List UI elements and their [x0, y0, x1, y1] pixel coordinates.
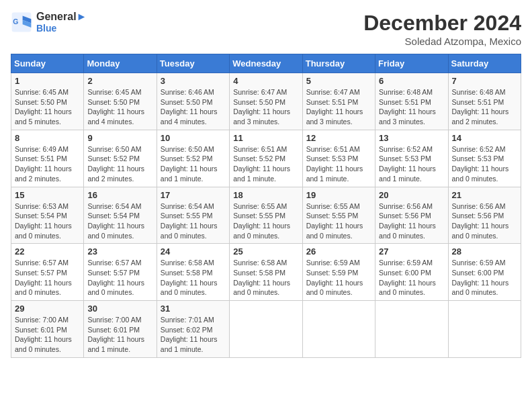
logo-text-block: General► Blue: [36, 11, 87, 34]
table-row: 22Sunrise: 6:57 AMSunset: 5:57 PMDayligh…: [11, 244, 84, 301]
day-info: Sunrise: 6:57 AMSunset: 5:57 PMDaylight:…: [15, 258, 80, 298]
day-number: 9: [87, 133, 152, 143]
table-row: 5Sunrise: 6:47 AMSunset: 5:51 PMDaylight…: [302, 73, 375, 130]
day-info: Sunrise: 6:56 AMSunset: 5:56 PMDaylight:…: [379, 201, 444, 241]
day-number: 15: [15, 190, 80, 200]
day-info: Sunrise: 6:52 AMSunset: 5:53 PMDaylight:…: [379, 144, 444, 184]
table-row: 12Sunrise: 6:51 AMSunset: 5:53 PMDayligh…: [302, 130, 375, 187]
day-number: 21: [452, 190, 517, 200]
day-info: Sunrise: 6:55 AMSunset: 5:55 PMDaylight:…: [233, 201, 298, 241]
day-info: Sunrise: 6:50 AMSunset: 5:52 PMDaylight:…: [87, 144, 152, 184]
day-number: 24: [161, 246, 226, 257]
table-row: [230, 301, 302, 358]
day-info: Sunrise: 6:52 AMSunset: 5:53 PMDaylight:…: [452, 144, 517, 184]
day-number: 26: [306, 246, 371, 257]
table-row: 19Sunrise: 6:55 AMSunset: 5:55 PMDayligh…: [302, 187, 375, 244]
table-row: 6Sunrise: 6:48 AMSunset: 5:51 PMDaylight…: [375, 73, 448, 130]
day-number: 10: [161, 133, 226, 143]
table-row: 3Sunrise: 6:46 AMSunset: 5:50 PMDaylight…: [157, 73, 229, 130]
table-row: 17Sunrise: 6:54 AMSunset: 5:55 PMDayligh…: [157, 187, 229, 244]
col-tuesday: Tuesday: [157, 54, 229, 73]
calendar-row: 1Sunrise: 6:45 AMSunset: 5:50 PMDaylight…: [11, 73, 521, 130]
table-row: 15Sunrise: 6:53 AMSunset: 5:54 PMDayligh…: [11, 187, 84, 244]
day-info: Sunrise: 6:45 AMSunset: 5:50 PMDaylight:…: [87, 87, 152, 127]
title-area: December 2024 Soledad Atzompa, Mexico: [363, 11, 521, 47]
logo-icon: G: [11, 11, 32, 33]
day-info: Sunrise: 6:58 AMSunset: 5:58 PMDaylight:…: [233, 258, 298, 298]
day-info: Sunrise: 6:53 AMSunset: 5:54 PMDaylight:…: [15, 201, 80, 241]
table-row: 21Sunrise: 6:56 AMSunset: 5:56 PMDayligh…: [448, 187, 521, 244]
table-row: 7Sunrise: 6:48 AMSunset: 5:51 PMDaylight…: [448, 73, 521, 130]
day-info: Sunrise: 6:57 AMSunset: 5:57 PMDaylight:…: [87, 258, 152, 298]
day-info: Sunrise: 6:47 AMSunset: 5:51 PMDaylight:…: [306, 87, 371, 127]
svg-text:G: G: [13, 18, 18, 26]
table-row: 9Sunrise: 6:50 AMSunset: 5:52 PMDaylight…: [84, 130, 157, 187]
day-info: Sunrise: 6:58 AMSunset: 5:58 PMDaylight:…: [161, 258, 226, 298]
header: G General► Blue December 2024 Soledad At…: [11, 11, 521, 47]
day-number: 8: [15, 133, 80, 143]
col-thursday: Thursday: [302, 54, 375, 73]
table-row: 20Sunrise: 6:56 AMSunset: 5:56 PMDayligh…: [375, 187, 448, 244]
day-number: 17: [161, 190, 226, 200]
table-row: 26Sunrise: 6:59 AMSunset: 5:59 PMDayligh…: [302, 244, 375, 301]
day-info: Sunrise: 6:54 AMSunset: 5:55 PMDaylight:…: [161, 201, 226, 241]
day-number: 18: [233, 190, 298, 200]
table-row: 16Sunrise: 6:54 AMSunset: 5:54 PMDayligh…: [84, 187, 157, 244]
day-info: Sunrise: 7:01 AMSunset: 6:02 PMDaylight:…: [161, 315, 226, 355]
day-number: 30: [87, 304, 152, 314]
calendar-row: 29Sunrise: 7:00 AMSunset: 6:01 PMDayligh…: [11, 301, 521, 358]
day-info: Sunrise: 6:48 AMSunset: 5:51 PMDaylight:…: [452, 87, 517, 127]
day-info: Sunrise: 6:46 AMSunset: 5:50 PMDaylight:…: [161, 87, 226, 127]
day-info: Sunrise: 6:50 AMSunset: 5:52 PMDaylight:…: [161, 144, 226, 184]
day-number: 11: [233, 133, 298, 143]
day-info: Sunrise: 6:45 AMSunset: 5:50 PMDaylight:…: [15, 87, 80, 127]
day-number: 29: [15, 304, 80, 314]
table-row: 23Sunrise: 6:57 AMSunset: 5:57 PMDayligh…: [84, 244, 157, 301]
table-row: [375, 301, 448, 358]
day-number: 31: [161, 304, 226, 314]
day-number: 22: [15, 246, 80, 257]
day-info: Sunrise: 6:56 AMSunset: 5:56 PMDaylight:…: [452, 201, 517, 241]
day-info: Sunrise: 6:59 AMSunset: 6:00 PMDaylight:…: [452, 258, 517, 298]
day-number: 4: [233, 76, 298, 86]
day-number: 20: [379, 190, 444, 200]
table-row: 2Sunrise: 6:45 AMSunset: 5:50 PMDaylight…: [84, 73, 157, 130]
table-row: 28Sunrise: 6:59 AMSunset: 6:00 PMDayligh…: [448, 244, 521, 301]
logo: G General► Blue: [11, 11, 87, 34]
day-number: 12: [306, 133, 371, 143]
day-info: Sunrise: 6:55 AMSunset: 5:55 PMDaylight:…: [306, 201, 371, 241]
calendar-row: 22Sunrise: 6:57 AMSunset: 5:57 PMDayligh…: [11, 244, 521, 301]
day-info: Sunrise: 7:00 AMSunset: 6:01 PMDaylight:…: [15, 315, 80, 355]
day-number: 3: [161, 76, 226, 86]
day-info: Sunrise: 6:59 AMSunset: 5:59 PMDaylight:…: [306, 258, 371, 298]
day-info: Sunrise: 6:49 AMSunset: 5:51 PMDaylight:…: [15, 144, 80, 184]
day-number: 7: [452, 76, 517, 86]
col-saturday: Saturday: [448, 54, 521, 73]
day-info: Sunrise: 6:51 AMSunset: 5:53 PMDaylight:…: [306, 144, 371, 184]
day-number: 13: [379, 133, 444, 143]
table-row: 4Sunrise: 6:47 AMSunset: 5:50 PMDaylight…: [230, 73, 302, 130]
day-number: 19: [306, 190, 371, 200]
table-row: [448, 301, 521, 358]
day-number: 14: [452, 133, 517, 143]
calendar-subtitle: Soledad Atzompa, Mexico: [363, 36, 521, 47]
col-sunday: Sunday: [11, 54, 84, 73]
table-row: 25Sunrise: 6:58 AMSunset: 5:58 PMDayligh…: [230, 244, 302, 301]
day-number: 16: [87, 190, 152, 200]
header-row: Sunday Monday Tuesday Wednesday Thursday…: [11, 54, 521, 73]
day-info: Sunrise: 6:51 AMSunset: 5:52 PMDaylight:…: [233, 144, 298, 184]
table-row: 29Sunrise: 7:00 AMSunset: 6:01 PMDayligh…: [11, 301, 84, 358]
calendar-title: December 2024: [363, 11, 521, 36]
col-monday: Monday: [84, 54, 157, 73]
day-info: Sunrise: 6:54 AMSunset: 5:54 PMDaylight:…: [87, 201, 152, 241]
table-row: 24Sunrise: 6:58 AMSunset: 5:58 PMDayligh…: [157, 244, 229, 301]
table-row: 11Sunrise: 6:51 AMSunset: 5:52 PMDayligh…: [230, 130, 302, 187]
calendar-row: 8Sunrise: 6:49 AMSunset: 5:51 PMDaylight…: [11, 130, 521, 187]
table-row: 10Sunrise: 6:50 AMSunset: 5:52 PMDayligh…: [157, 130, 229, 187]
col-friday: Friday: [375, 54, 448, 73]
table-row: 14Sunrise: 6:52 AMSunset: 5:53 PMDayligh…: [448, 130, 521, 187]
day-number: 25: [233, 246, 298, 257]
day-number: 6: [379, 76, 444, 86]
day-number: 28: [452, 246, 517, 257]
day-info: Sunrise: 6:47 AMSunset: 5:50 PMDaylight:…: [233, 87, 298, 127]
